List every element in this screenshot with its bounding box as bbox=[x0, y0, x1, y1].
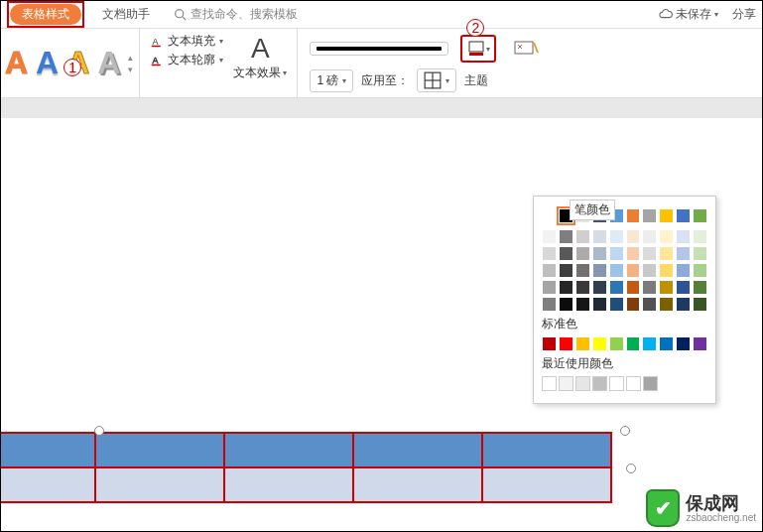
table-row[interactable] bbox=[0, 433, 611, 467]
color-swatch[interactable] bbox=[575, 229, 590, 244]
color-swatch[interactable] bbox=[575, 246, 590, 261]
color-swatch[interactable] bbox=[693, 208, 707, 223]
wordart-style-2[interactable]: A 1 bbox=[36, 45, 59, 81]
color-swatch[interactable] bbox=[559, 297, 573, 312]
color-swatch[interactable] bbox=[559, 229, 573, 244]
document-canvas[interactable]: 笔颜色 标准色 最近使用颜色 ✔ 保成网 zsbaocheng.net bbox=[1, 118, 762, 532]
table-object[interactable] bbox=[0, 432, 612, 503]
eraser-button[interactable] bbox=[508, 35, 544, 63]
color-swatch[interactable] bbox=[575, 376, 590, 391]
color-swatch[interactable] bbox=[609, 297, 624, 312]
color-swatch[interactable] bbox=[642, 263, 657, 278]
color-swatch[interactable] bbox=[626, 229, 641, 244]
color-swatch[interactable] bbox=[642, 297, 657, 312]
color-swatch[interactable] bbox=[626, 376, 641, 391]
color-swatch[interactable] bbox=[659, 280, 674, 295]
color-swatch[interactable] bbox=[592, 297, 607, 312]
apply-border-button[interactable]: ▾ bbox=[417, 68, 456, 92]
color-swatch[interactable] bbox=[626, 208, 641, 223]
wordart-style-4[interactable]: A bbox=[97, 45, 120, 81]
color-swatch[interactable] bbox=[626, 336, 641, 351]
text-fill-button[interactable]: A 文本填充 ▾ bbox=[150, 33, 223, 50]
color-swatch[interactable] bbox=[542, 208, 557, 223]
color-swatch[interactable] bbox=[626, 297, 641, 312]
color-swatch[interactable] bbox=[609, 246, 624, 261]
color-swatch[interactable] bbox=[542, 263, 557, 278]
save-status[interactable]: 未保存 ▾ bbox=[659, 6, 718, 23]
color-swatch[interactable] bbox=[542, 376, 557, 391]
color-swatch[interactable] bbox=[592, 336, 607, 351]
color-swatch[interactable] bbox=[609, 280, 624, 295]
color-swatch[interactable] bbox=[542, 280, 557, 295]
color-swatch[interactable] bbox=[693, 280, 707, 295]
color-swatch[interactable] bbox=[559, 280, 573, 295]
text-effect-button[interactable]: A 文本效果▾ bbox=[233, 33, 287, 81]
resize-handle[interactable] bbox=[626, 464, 636, 473]
color-swatch[interactable] bbox=[659, 297, 674, 312]
color-swatch[interactable] bbox=[575, 297, 590, 312]
color-swatch[interactable] bbox=[659, 336, 674, 351]
color-swatch[interactable] bbox=[693, 263, 707, 278]
color-swatch[interactable] bbox=[575, 336, 590, 351]
color-swatch[interactable] bbox=[642, 229, 657, 244]
color-swatch[interactable] bbox=[626, 246, 641, 261]
color-swatch[interactable] bbox=[542, 297, 557, 312]
color-swatch[interactable] bbox=[592, 246, 607, 261]
color-swatch[interactable] bbox=[542, 246, 557, 261]
table-row[interactable] bbox=[0, 467, 611, 502]
color-swatch[interactable] bbox=[642, 280, 657, 295]
color-swatch[interactable] bbox=[659, 246, 674, 261]
color-swatch[interactable] bbox=[676, 208, 691, 223]
color-swatch[interactable] bbox=[559, 376, 573, 391]
resize-handle[interactable] bbox=[94, 426, 104, 436]
color-swatch[interactable] bbox=[559, 246, 573, 261]
pen-color-button[interactable]: 2 ▾ bbox=[460, 35, 496, 63]
color-swatch[interactable] bbox=[626, 263, 641, 278]
color-swatch[interactable] bbox=[592, 263, 607, 278]
color-swatch[interactable] bbox=[592, 229, 607, 244]
color-swatch[interactable] bbox=[676, 246, 691, 261]
color-swatch[interactable] bbox=[693, 229, 707, 244]
color-swatch[interactable] bbox=[676, 297, 691, 312]
color-swatch[interactable] bbox=[676, 229, 691, 244]
color-swatch[interactable] bbox=[592, 376, 607, 391]
line-weight-combo[interactable]: 1 磅 ▾ bbox=[310, 69, 353, 92]
color-swatch[interactable] bbox=[609, 376, 624, 391]
color-swatch[interactable] bbox=[575, 280, 590, 295]
color-swatch[interactable] bbox=[642, 208, 657, 223]
color-swatch[interactable] bbox=[659, 263, 674, 278]
text-outline-button[interactable]: A 文本轮廓 ▾ bbox=[150, 52, 223, 68]
color-swatch[interactable] bbox=[542, 229, 557, 244]
pen-color-popup: 笔颜色 标准色 最近使用颜色 bbox=[533, 196, 716, 404]
color-swatch[interactable] bbox=[559, 263, 573, 278]
command-search[interactable]: 查找命令、搜索模板 bbox=[174, 6, 298, 23]
color-swatch[interactable] bbox=[609, 336, 624, 351]
tab-doc-helper[interactable]: 文档助手 bbox=[102, 6, 150, 23]
wordart-gallery[interactable]: A A 1 A A ▴ ▾ bbox=[1, 29, 140, 97]
wordart-style-1[interactable]: A bbox=[5, 45, 28, 81]
color-swatch[interactable] bbox=[609, 229, 624, 244]
share-button[interactable]: 分享 bbox=[732, 6, 756, 23]
color-swatch[interactable] bbox=[643, 376, 658, 391]
color-swatch[interactable] bbox=[693, 297, 707, 312]
color-swatch[interactable] bbox=[542, 336, 557, 351]
color-swatch[interactable] bbox=[575, 263, 590, 278]
color-swatch[interactable] bbox=[592, 280, 607, 295]
color-swatch[interactable] bbox=[676, 336, 691, 351]
color-swatch[interactable] bbox=[659, 208, 674, 223]
color-swatch[interactable] bbox=[693, 336, 707, 351]
color-swatch[interactable] bbox=[626, 280, 641, 295]
color-swatch[interactable] bbox=[659, 229, 674, 244]
color-swatch[interactable] bbox=[676, 263, 691, 278]
table-grid[interactable] bbox=[0, 432, 612, 503]
resize-handle[interactable] bbox=[620, 426, 630, 436]
color-swatch[interactable] bbox=[642, 336, 657, 351]
tab-table-style[interactable]: 表格样式 bbox=[10, 4, 81, 25]
color-swatch[interactable] bbox=[676, 280, 691, 295]
color-swatch[interactable] bbox=[693, 246, 707, 261]
color-swatch[interactable] bbox=[559, 336, 573, 351]
color-swatch[interactable] bbox=[642, 246, 657, 261]
color-swatch[interactable] bbox=[609, 263, 624, 278]
gallery-expand[interactable]: ▴ ▾ bbox=[128, 53, 133, 74]
border-style-combo[interactable] bbox=[310, 42, 448, 56]
